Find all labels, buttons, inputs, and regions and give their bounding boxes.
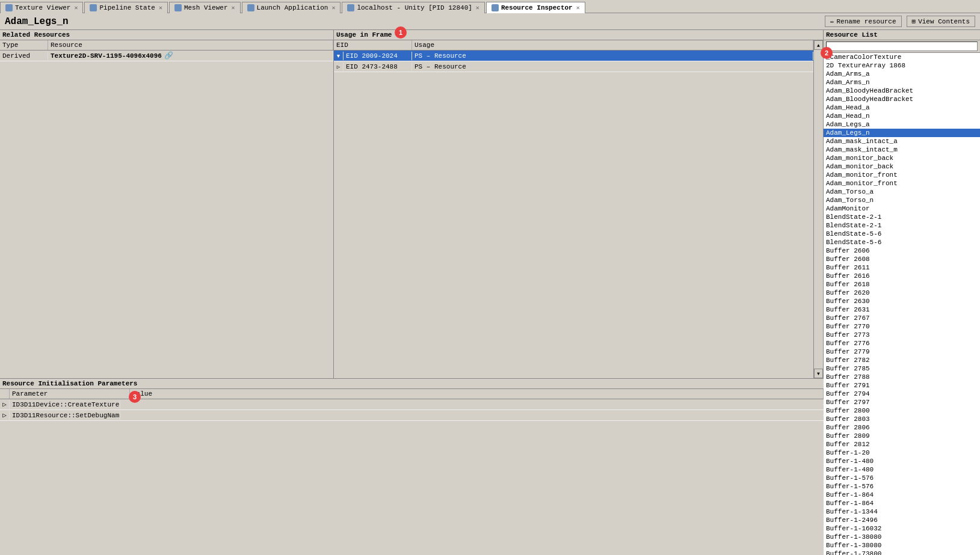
usage-row-2[interactable]: ▷ EID 2473-2488 PS – Resource bbox=[334, 61, 813, 72]
tab-resource-inspector[interactable]: Resource Inspector ✕ bbox=[486, 2, 585, 13]
resource-item[interactable]: Buffer 2788 bbox=[824, 373, 980, 381]
resource-item[interactable]: AdamMonitor bbox=[824, 204, 980, 213]
resource-item[interactable]: BlendState-5-6 bbox=[824, 230, 980, 238]
resource-item[interactable]: Buffer-1-38080 bbox=[824, 541, 980, 550]
resource-item[interactable]: Adam_mask_intact_a bbox=[824, 137, 980, 146]
resource-item[interactable]: Buffer 2616 bbox=[824, 272, 980, 280]
table-row[interactable]: Derived Texture2D-SRV-1195-4096x4096 🔗 bbox=[0, 51, 333, 61]
resource-item[interactable]: Buffer 2776 bbox=[824, 339, 980, 348]
resource-item[interactable]: Adam_Arms_n bbox=[824, 78, 980, 87]
resource-item[interactable]: BlendState-5-6 bbox=[824, 238, 980, 247]
resource-item[interactable]: Buffer-1-864 bbox=[824, 491, 980, 499]
resource-item[interactable]: Buffer-1-480 bbox=[824, 465, 980, 474]
tab-close-texture-viewer[interactable]: ✕ bbox=[74, 4, 78, 11]
resource-item[interactable]: Buffer 2791 bbox=[824, 381, 980, 390]
resource-item[interactable]: Buffer-1-73800 bbox=[824, 550, 980, 555]
scroll-up-button[interactable]: ▲ bbox=[814, 40, 823, 50]
resource-list-label: Resource List bbox=[826, 31, 878, 38]
resource-item[interactable]: Buffer 2794 bbox=[824, 390, 980, 398]
resource-item[interactable]: Buffer 2809 bbox=[824, 432, 980, 440]
resource-item[interactable]: Buffer 2620 bbox=[824, 289, 980, 297]
resource-item[interactable]: _CameraColorTexture bbox=[824, 53, 980, 61]
resource-item[interactable]: Buffer 2606 bbox=[824, 247, 980, 255]
init-expand-1[interactable]: ▷ bbox=[0, 400, 10, 409]
resource-item[interactable]: Buffer 2773 bbox=[824, 331, 980, 339]
resource-item[interactable]: Buffer 2803 bbox=[824, 415, 980, 423]
resource-item[interactable]: Adam_Arms_a bbox=[824, 70, 980, 78]
tab-icon-pipeline bbox=[90, 4, 97, 11]
scroll-down-button[interactable]: ▼ bbox=[814, 369, 823, 378]
view-contents-button[interactable]: ⊞ View Contents bbox=[907, 16, 975, 27]
init-col-param: Parameter bbox=[10, 389, 130, 399]
tab-close-resource-inspector[interactable]: ✕ bbox=[576, 4, 580, 11]
resource-item[interactable]: Buffer 2630 bbox=[824, 297, 980, 305]
resource-item[interactable]: Buffer 2770 bbox=[824, 322, 980, 331]
resource-item[interactable]: Adam_monitor_back bbox=[824, 154, 980, 162]
resource-item[interactable]: Buffer 2767 bbox=[824, 314, 980, 322]
resource-item[interactable]: Adam_Legs_a bbox=[824, 120, 980, 129]
resource-item[interactable]: Buffer-1-576 bbox=[824, 482, 980, 491]
init-expand-2[interactable]: ▷ bbox=[0, 411, 10, 420]
resource-list-pane: 2 Resource List _CameraColorTexture 2D T… bbox=[824, 30, 980, 555]
tab-close-pipeline-state[interactable]: ✕ bbox=[159, 4, 162, 11]
init-row-1[interactable]: ▷ ID3D11Device::CreateTexture2D bbox=[0, 399, 824, 410]
tab-mesh-viewer[interactable]: Mesh Viewer ✕ bbox=[169, 2, 241, 13]
tab-launch-application[interactable]: Launch Application ✕ bbox=[242, 2, 341, 13]
resource-item[interactable]: Adam_monitor_front bbox=[824, 179, 980, 188]
resource-item[interactable]: Adam_BloodyHeadBracket bbox=[824, 87, 980, 95]
resource-item[interactable]: Buffer-1-2496 bbox=[824, 516, 980, 524]
rename-resource-button[interactable]: ✏ Rename resource bbox=[825, 16, 902, 27]
resource-item[interactable]: Buffer 2779 bbox=[824, 348, 980, 356]
resource-item[interactable]: Buffer-1-20 bbox=[824, 449, 980, 457]
tab-localhost-unity[interactable]: localhost - Unity [PID 12840] ✕ bbox=[342, 2, 484, 13]
tab-texture-viewer[interactable]: Texture Viewer ✕ bbox=[0, 2, 83, 13]
resource-list-body: _CameraColorTexture 2D TextureArray 1868… bbox=[824, 53, 980, 555]
resource-item[interactable]: Buffer 2631 bbox=[824, 305, 980, 314]
resource-item[interactable]: Buffer 2806 bbox=[824, 423, 980, 432]
resource-item[interactable]: BlendState-2-1 bbox=[824, 213, 980, 221]
usage-expand-2[interactable]: ▷ bbox=[334, 63, 344, 71]
resource-item[interactable]: Adam_monitor_back bbox=[824, 162, 980, 171]
resource-item[interactable]: Buffer 2797 bbox=[824, 398, 980, 406]
usage-eid-2: EID 2473-2488 bbox=[344, 63, 412, 71]
init-value-2 bbox=[120, 415, 824, 416]
resource-item[interactable]: Adam_Head_n bbox=[824, 112, 980, 120]
resource-item[interactable]: BlendState-2-1 bbox=[824, 221, 980, 230]
resource-item[interactable]: Buffer-1-576 bbox=[824, 474, 980, 482]
init-section-header: Resource Initialisation Parameters bbox=[0, 379, 824, 389]
usage-expand-1[interactable]: ▼ bbox=[334, 52, 344, 60]
resource-item[interactable]: Adam_Head_a bbox=[824, 103, 980, 112]
resource-item[interactable]: Buffer-1-480 bbox=[824, 457, 980, 465]
usage-in-frame-label: Usage in Frame bbox=[336, 31, 392, 38]
resource-item[interactable]: Buffer 2812 bbox=[824, 440, 980, 449]
resource-search-input[interactable] bbox=[826, 41, 978, 51]
tab-icon-launch bbox=[247, 4, 254, 11]
resource-item[interactable]: Buffer-1-16032 bbox=[824, 524, 980, 533]
resource-item[interactable]: Adam_Torso_a bbox=[824, 188, 980, 196]
usage-row-selected[interactable]: ▼ EID 2009-2024 PS – Resource bbox=[334, 51, 813, 61]
usage-usage-1: PS – Resource bbox=[412, 52, 813, 60]
resource-item[interactable]: Adam_BloodyHeadBracket bbox=[824, 95, 980, 103]
tab-close-mesh-viewer[interactable]: ✕ bbox=[232, 4, 235, 11]
resource-item[interactable]: Buffer 2608 bbox=[824, 255, 980, 263]
resource-item[interactable]: Buffer 2785 bbox=[824, 364, 980, 373]
tab-close-localhost-unity[interactable]: ✕ bbox=[476, 4, 479, 11]
resource-item[interactable]: Buffer-1-38080 bbox=[824, 533, 980, 541]
link-icon[interactable]: 🔗 bbox=[164, 51, 173, 60]
resource-item[interactable]: Adam_mask_intact_m bbox=[824, 146, 980, 154]
resource-item[interactable]: Buffer 2618 bbox=[824, 280, 980, 289]
rename-resource-label: Rename resource bbox=[837, 18, 896, 25]
resource-item-selected[interactable]: Adam_Legs_n bbox=[824, 129, 980, 137]
tab-pipeline-state[interactable]: Pipeline State ✕ bbox=[84, 2, 167, 13]
tab-icon-resource bbox=[492, 4, 499, 11]
resource-item[interactable]: Buffer 2611 bbox=[824, 263, 980, 272]
resource-item[interactable]: Adam_Torso_n bbox=[824, 196, 980, 204]
resource-item[interactable]: Buffer-1-1344 bbox=[824, 507, 980, 516]
tab-close-launch-application[interactable]: ✕ bbox=[331, 4, 335, 11]
resource-item[interactable]: Buffer 2782 bbox=[824, 356, 980, 364]
resource-item[interactable]: Buffer-1-864 bbox=[824, 499, 980, 507]
resource-item[interactable]: Buffer 2800 bbox=[824, 406, 980, 415]
resource-item[interactable]: Adam_monitor_front bbox=[824, 171, 980, 179]
init-row-2[interactable]: ▷ ID3D11Resource::SetDebugName bbox=[0, 410, 824, 421]
resource-item[interactable]: 2D TextureArray 1868 bbox=[824, 61, 980, 70]
